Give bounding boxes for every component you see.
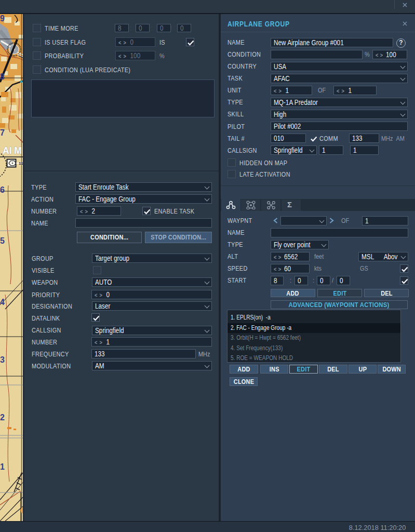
svg-text:4: 4: [0, 298, 5, 307]
svg-text:8: 8: [0, 72, 5, 81]
svg-text:3: 3: [0, 355, 5, 364]
svg-text:Al M: Al M: [3, 145, 22, 156]
svg-text:2: 2: [0, 413, 5, 422]
svg-text:5: 5: [0, 236, 5, 245]
svg-text:7: 7: [0, 128, 5, 137]
svg-text:11: 11: [19, 161, 23, 166]
svg-text:6: 6: [0, 185, 5, 194]
svg-text:1: 1: [0, 462, 5, 471]
svg-text:9: 9: [0, 14, 5, 23]
